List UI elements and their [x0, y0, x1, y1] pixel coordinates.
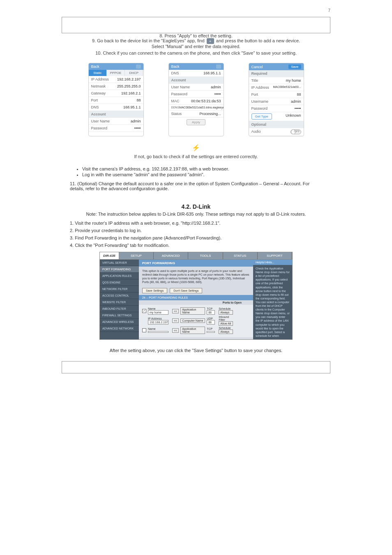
side-firewall[interactable]: FIREWALL SETTINGS — [100, 312, 139, 319]
router-tab-advanced[interactable]: ADVANCED — [154, 252, 188, 259]
udp-input[interactable]: 88 — [207, 320, 215, 325]
row-ddns: DDNSMAC000e5321da53.ddns.eagleeyes.tw — [169, 105, 224, 111]
name-input[interactable] — [148, 331, 168, 333]
rule-checkbox[interactable]: ✓ — [142, 309, 146, 313]
step-8: 8. Press "Apply" to effect the setting. — [0, 33, 392, 38]
pf-buttons: Save Settings Don't Save Settings — [139, 286, 253, 295]
user-value[interactable]: admin — [211, 85, 221, 89]
pass-value[interactable]: ••••• — [214, 92, 221, 96]
save-settings-button[interactable]: Save Settings — [142, 288, 167, 293]
app-logo-icon — [136, 64, 141, 69]
router-tab-tools[interactable]: TOOLS — [188, 252, 223, 259]
ip-value[interactable]: MAC000e5321da53... — [273, 85, 301, 90]
back-button[interactable]: Back — [91, 64, 99, 69]
tcp-input[interactable] — [207, 331, 215, 333]
side-port-forwarding[interactable]: PORT FORWARDING — [100, 266, 139, 273]
router-help-panel: Helpful Hints... Check the Application N… — [253, 260, 292, 339]
save-button[interactable]: Save — [288, 64, 301, 69]
side-adv-wireless[interactable]: ADVANCED WIRELESS — [100, 319, 139, 325]
router-step-1: 1. Visit the router's IP address with a … — [70, 221, 322, 226]
row-gateway: Gateway192.168.2.1 — [89, 90, 143, 97]
port-value[interactable]: 88 — [297, 92, 301, 97]
tcp-lbl: TCP — [207, 307, 212, 310]
tab-pppoe[interactable]: PPPOE — [107, 70, 125, 76]
top-border-box — [62, 17, 330, 33]
ip-label: IP Address — [251, 85, 273, 90]
tab-static[interactable]: Static — [89, 70, 107, 76]
gettype-button[interactable]: Get Type — [251, 113, 272, 120]
side-virtual-server[interactable]: VIRTUAL SERVER — [100, 260, 139, 266]
copy-arrow-icon[interactable]: << — [172, 328, 179, 333]
sched-select[interactable]: Always — [219, 329, 233, 334]
ip-input[interactable]: 192.168.2.197 — [148, 320, 168, 325]
pass-value[interactable]: ••••• — [295, 106, 301, 111]
section-account2: Account — [169, 77, 224, 84]
tcp-lbl: TCP — [207, 327, 212, 330]
bullet-list: Visit the camera's IP address, e.g. 192.… — [82, 166, 392, 177]
side-qos[interactable]: QOS ENGINE — [100, 279, 139, 286]
sched-select[interactable]: Always — [219, 310, 233, 315]
bullet-2: Log in with the username "admin" and the… — [82, 172, 392, 177]
router-tab-support[interactable]: SUPPORT — [258, 252, 292, 259]
mac-value: 00:0e:53:21:da:53 — [191, 99, 221, 103]
dns-value[interactable]: 168.95.1.1 — [123, 105, 141, 109]
ip-value[interactable]: 192.168.2.197 — [117, 77, 141, 81]
col-ports: Ports to Open — [223, 301, 242, 304]
title-label: Title — [251, 78, 286, 83]
row-pass3: Password••••• — [249, 105, 304, 112]
appname-select[interactable]: Application Name — [180, 307, 205, 315]
rules-col-header: Ports to Open — [139, 300, 253, 305]
side-access-control[interactable]: ACCESS CONTROL — [100, 292, 139, 299]
rule-checkbox[interactable] — [142, 328, 146, 332]
title-value[interactable]: my home — [286, 78, 301, 83]
side-network-filter[interactable]: NETWORK FILTER — [100, 286, 139, 292]
side-application-rules[interactable]: APPLICATION RULES — [100, 273, 139, 279]
row-gettype: Get Type Unknown — [249, 112, 304, 121]
router-tab-status[interactable]: STATUS — [223, 252, 258, 259]
router-tabs: SETUP ADVANCED TOOLS STATUS SUPPORT — [119, 252, 292, 259]
phone-screenshots: Back Static PPPOE DHCP IP Address192.168… — [0, 63, 392, 136]
dlink-title: 4.2. D-Link — [0, 203, 392, 210]
netmask-value[interactable]: 255.255.255.0 — [117, 84, 141, 88]
inb-select[interactable]: Allow All — [219, 321, 233, 326]
section-required: Required — [249, 70, 304, 77]
side-website-filter[interactable]: WEBSITE FILTER — [100, 299, 139, 306]
ddns-value: MAC000e5321da53.ddns.eagleeyes.tw — [179, 106, 224, 109]
row-dns: DNS168.95.1.1 — [89, 104, 143, 111]
cancel-button[interactable]: Cancel — [251, 65, 263, 69]
copy-arrow-icon[interactable]: << — [172, 309, 179, 313]
pass-value[interactable]: ••••• — [134, 126, 141, 130]
ddns-label: DDNS — [171, 106, 180, 109]
step-9c: Select "Manual" and enter the data requi… — [152, 44, 240, 49]
ip-label: IP Address — [91, 77, 117, 81]
row-status: StatusProcessing... — [169, 111, 224, 117]
rule-1-row-b: IP Address 192.168.2.197 << Computer Nam… — [142, 315, 250, 326]
sched-lbl: Schedule — [219, 307, 231, 310]
audio-toggle[interactable]: OFF — [291, 129, 301, 134]
name-input[interactable]: my home — [148, 310, 168, 315]
router-step-4: 4. Click the "Port Forwarding" tab for m… — [70, 243, 322, 248]
appname-select[interactable]: Application Name — [180, 327, 205, 334]
router-tab-setup[interactable]: SETUP — [119, 252, 154, 259]
pass-label: Password — [171, 92, 214, 96]
phone-network-static: Back Static PPPOE DHCP IP Address192.168… — [88, 63, 144, 136]
apply-button[interactable]: Apply — [187, 119, 205, 125]
dlink-note: Note: The instruction below applies to D… — [0, 212, 392, 216]
dont-save-button[interactable]: Don't Save Settings — [170, 288, 202, 293]
port-value[interactable]: 88 — [136, 98, 141, 102]
step-9b: and press the button to add a new device… — [216, 38, 300, 43]
user-value[interactable]: admin — [131, 119, 141, 123]
back-button[interactable]: Back — [171, 64, 180, 69]
section-optional: Optional — [249, 121, 304, 128]
tcp-input[interactable]: 88 — [207, 310, 215, 315]
tab-dhcp[interactable]: DHCP — [125, 70, 143, 76]
gateway-value[interactable]: 192.168.2.1 — [121, 91, 141, 95]
side-inbound-filter[interactable]: INBOUND FILTER — [100, 306, 139, 312]
user-value[interactable]: admin — [291, 99, 301, 104]
copy-arrow-icon[interactable]: << — [172, 318, 179, 323]
side-adv-network[interactable]: ADVANCED NETWORK — [100, 325, 139, 332]
audio-label: Audio — [251, 129, 291, 134]
row-ip: IP Address192.168.2.197 — [89, 76, 143, 83]
dns-value[interactable]: 168.95.1.1 — [203, 71, 221, 75]
compname-select[interactable]: Computer Name — [180, 318, 205, 323]
